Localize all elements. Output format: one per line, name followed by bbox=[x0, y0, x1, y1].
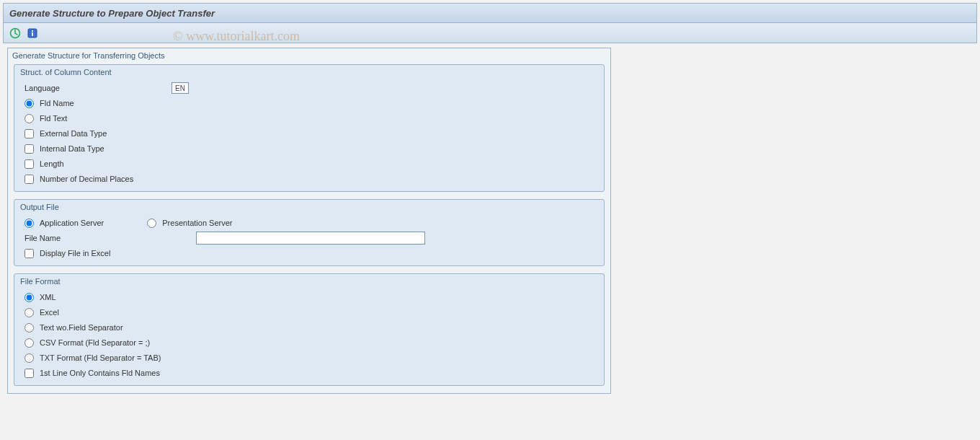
group-title-output: Output File bbox=[14, 200, 604, 216]
decimals-label: Number of Decimal Places bbox=[40, 175, 133, 183]
textnosep-row: Text wo.Field Separator bbox=[14, 320, 604, 335]
length-row: Length bbox=[14, 157, 604, 171]
display-excel-label: Display File in Excel bbox=[40, 249, 110, 258]
csv-radio[interactable] bbox=[24, 338, 34, 348]
execute-icon bbox=[9, 27, 21, 39]
xml-row: XML bbox=[14, 290, 604, 304]
language-row: Language EN bbox=[14, 81, 604, 95]
external-type-row: External Data Type bbox=[14, 126, 604, 141]
group-struct-column: Struct. of Column Content Language EN Fl… bbox=[14, 64, 605, 192]
internal-type-row: Internal Data Type bbox=[14, 141, 604, 156]
fld-name-row: Fld Name bbox=[14, 96, 604, 110]
info-button[interactable] bbox=[25, 26, 40, 40]
group-title-struct: Struct. of Column Content bbox=[14, 65, 604, 81]
page-title: Generate Structure to Prepare Object Tra… bbox=[9, 8, 215, 19]
svg-rect-2 bbox=[32, 30, 33, 32]
excel-label: Excel bbox=[40, 308, 59, 317]
language-label: Language bbox=[24, 84, 169, 92]
fld-name-radio[interactable] bbox=[24, 99, 34, 108]
firstline-checkbox[interactable] bbox=[24, 369, 34, 378]
external-type-checkbox[interactable] bbox=[24, 129, 34, 138]
language-value[interactable]: EN bbox=[172, 82, 189, 94]
pres-server-label: Presentation Server bbox=[162, 219, 232, 227]
execute-button[interactable] bbox=[8, 26, 22, 40]
firstline-label: 1st Line Only Contains Fld Names bbox=[40, 369, 160, 377]
textnosep-radio[interactable] bbox=[24, 323, 34, 333]
excel-radio[interactable] bbox=[24, 308, 34, 317]
info-icon bbox=[27, 28, 37, 38]
decimals-checkbox[interactable] bbox=[24, 175, 34, 184]
svg-rect-3 bbox=[32, 32, 33, 36]
excel-row: Excel bbox=[14, 305, 604, 320]
xml-radio[interactable] bbox=[24, 293, 34, 302]
firstline-row: 1st Line Only Contains Fld Names bbox=[14, 366, 604, 380]
fld-text-label: Fld Text bbox=[40, 114, 67, 123]
external-type-label: External Data Type bbox=[40, 129, 107, 138]
fld-name-label: Fld Name bbox=[40, 99, 74, 107]
txt-radio[interactable] bbox=[24, 353, 34, 363]
group-title-format: File Format bbox=[14, 274, 604, 290]
app-server-radio[interactable] bbox=[24, 219, 34, 228]
group-file-format: File Format XML Excel Text wo.Field Sepa… bbox=[14, 273, 605, 386]
csv-label: CSV Format (Fld Separator = ;) bbox=[40, 338, 150, 347]
decimals-row: Number of Decimal Places bbox=[14, 172, 604, 186]
file-name-row: File Name bbox=[14, 231, 604, 245]
txt-row: TXT Format (Fld Separator = TAB) bbox=[14, 351, 604, 365]
panel-title: Generate Structure for Transferring Obje… bbox=[8, 48, 610, 64]
textnosep-label: Text wo.Field Separator bbox=[40, 323, 123, 332]
display-excel-row: Display File in Excel bbox=[14, 246, 604, 260]
app-server-label: Application Server bbox=[40, 219, 104, 227]
display-excel-checkbox[interactable] bbox=[24, 249, 34, 258]
csv-row: CSV Format (Fld Separator = ;) bbox=[14, 335, 604, 350]
fld-text-radio[interactable] bbox=[24, 114, 34, 123]
length-checkbox[interactable] bbox=[24, 159, 34, 169]
group-output-file: Output File Application Server Presentat… bbox=[14, 199, 605, 266]
main-panel: Generate Structure for Transferring Obje… bbox=[7, 48, 611, 394]
xml-label: XML bbox=[40, 293, 56, 302]
title-bar: Generate Structure to Prepare Object Tra… bbox=[3, 3, 977, 23]
internal-type-label: Internal Data Type bbox=[40, 144, 104, 153]
file-name-label: File Name bbox=[24, 234, 193, 242]
length-label: Length bbox=[40, 159, 64, 168]
pres-server-radio[interactable] bbox=[147, 219, 156, 228]
internal-type-checkbox[interactable] bbox=[24, 144, 34, 154]
server-row: Application Server Presentation Server bbox=[14, 216, 604, 230]
fld-text-row: Fld Text bbox=[14, 111, 604, 126]
txt-label: TXT Format (Fld Separator = TAB) bbox=[40, 353, 161, 362]
file-name-input[interactable] bbox=[196, 232, 425, 245]
toolbar bbox=[3, 23, 977, 43]
